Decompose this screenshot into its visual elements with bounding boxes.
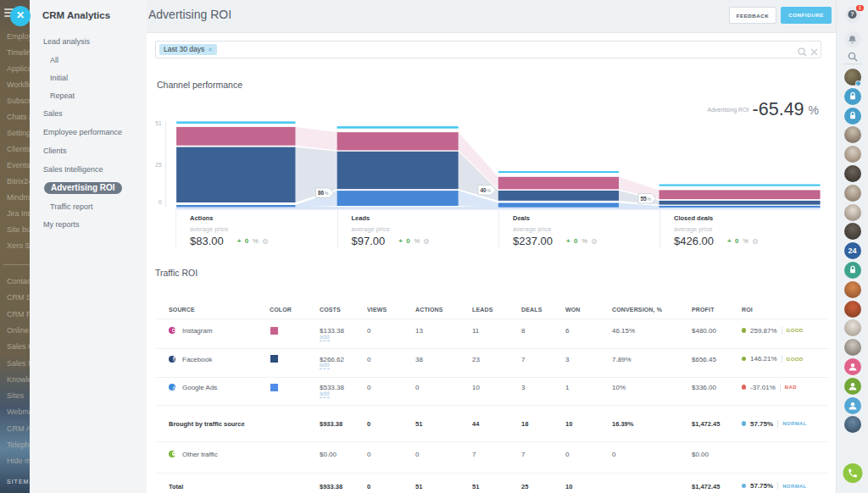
svg-text:51: 51	[155, 120, 162, 126]
svg-text:%: %	[487, 188, 492, 193]
svg-text:25: 25	[155, 162, 162, 168]
svg-text:86: 86	[318, 190, 325, 196]
svg-text:%: %	[325, 191, 329, 196]
svg-text:0: 0	[159, 199, 162, 205]
svg-text:40: 40	[481, 187, 487, 193]
svg-text:55: 55	[641, 196, 648, 202]
svg-text:%: %	[648, 197, 652, 202]
